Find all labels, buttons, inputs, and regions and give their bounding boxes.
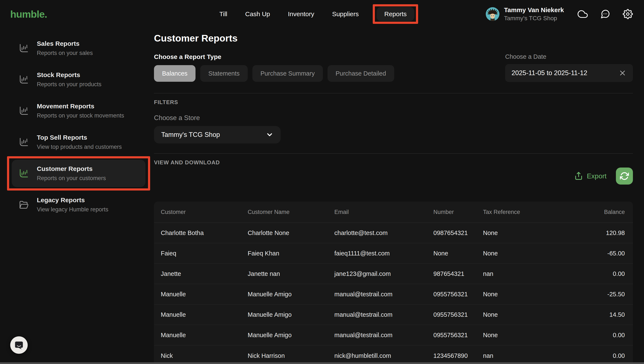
cell-number: 0987654321 <box>433 230 483 236</box>
cell-name: Manuelle Amigo <box>248 311 334 318</box>
chevron-down-icon <box>266 131 273 138</box>
store-label: Choose a Store <box>154 114 633 122</box>
nav-item-inventory[interactable]: Inventory <box>288 10 314 18</box>
sidebar-item-desc: Reports on your sales <box>37 50 93 56</box>
sidebar-item-text: Movement ReportsReports on your stock mo… <box>37 102 124 119</box>
sidebar-item-text: Legacy ReportsView legacy Humble reports <box>37 196 108 213</box>
column-header-tax-reference: Tax Reference <box>483 209 560 216</box>
cell-balance: 0.00 <box>560 332 625 339</box>
date-range-value: 2025-11-05 to 2025-11-12 <box>511 69 618 77</box>
nav-item-till[interactable]: Till <box>219 10 227 18</box>
cell-customer: Nick <box>161 352 248 359</box>
sidebar-item-stock-reports[interactable]: Stock ReportsReports on your products <box>12 66 146 93</box>
chat-messages-icon[interactable] <box>600 9 610 19</box>
sidebar-item-desc: Reports on your stock movements <box>37 112 124 119</box>
cell-number: None <box>433 250 483 257</box>
column-header-email: Email <box>334 209 433 216</box>
cell-number: 987654321 <box>433 270 483 277</box>
column-header-customer: Customer <box>161 209 248 216</box>
date-range-input[interactable]: 2025-11-05 to 2025-11-12 <box>505 64 633 82</box>
cell-customer: Faieq <box>161 250 248 257</box>
cloud-sync-icon[interactable] <box>577 9 588 19</box>
table-row: Charlotte BothaCharlotte Nonecharlotte@t… <box>154 223 633 243</box>
cell-balance: 0.00 <box>560 352 625 359</box>
bar-chart-icon <box>18 74 29 85</box>
cell-customer: Manuelle <box>161 332 248 339</box>
report-type-purchase-detailed[interactable]: Purchase Detailed <box>328 65 394 82</box>
refresh-button[interactable] <box>616 168 633 184</box>
humble-logo: humble. <box>10 8 47 20</box>
report-type-statements[interactable]: Statements <box>200 65 248 82</box>
customer-report-table: CustomerCustomer NameEmailNumberTax Refe… <box>154 202 633 364</box>
column-header-number: Number <box>433 209 483 216</box>
cell-balance: -25.50 <box>560 291 625 298</box>
cell-number: 0955756321 <box>433 311 483 318</box>
column-header-balance: Balance <box>560 209 625 216</box>
sidebar-item-desc: View top products and customers <box>37 144 122 150</box>
sidebar-item-desc: Reports on your customers <box>37 175 106 182</box>
bar-chart-icon <box>18 43 29 54</box>
cell-tax: None <box>483 230 560 236</box>
sidebar: Sales ReportsReports on your salesStock … <box>0 28 154 222</box>
report-type-block: Choose a Report Type BalancesStatementsP… <box>154 53 394 82</box>
nav-item-reports[interactable]: Reports <box>376 7 414 21</box>
view-download-heading: VIEW AND DOWNLOAD <box>154 159 633 166</box>
cell-name: Manuelle Amigo <box>248 332 334 339</box>
divider <box>154 153 633 154</box>
clear-date-icon[interactable] <box>618 69 626 77</box>
top-bar: humble. TillCash UpInventorySuppliersRep… <box>0 0 644 28</box>
table-row: FaieqFaieq Khanfaieq1111@test.comNoneNon… <box>154 243 633 264</box>
sidebar-item-top-sell-reports[interactable]: Top Sell ReportsView top products and cu… <box>12 128 146 156</box>
cell-tax: nan <box>483 270 560 277</box>
cell-customer: Manuelle <box>161 291 248 298</box>
sidebar-item-title: Top Sell Reports <box>37 134 122 141</box>
sidebar-item-text: Sales ReportsReports on your sales <box>37 40 93 56</box>
cell-tax: None <box>483 291 560 298</box>
cell-email: nick@humbletill.com <box>334 352 433 359</box>
report-type-purchase-summary[interactable]: Purchase Summary <box>252 65 323 82</box>
cell-email: faieq1111@test.com <box>334 250 433 257</box>
report-type-label: Choose a Report Type <box>154 53 394 60</box>
cell-tax: None <box>483 332 560 339</box>
user-area: Tammy Van Niekerk Tammy's TCG Shop <box>486 6 633 22</box>
controls-row: Choose a Report Type BalancesStatementsP… <box>154 53 633 82</box>
settings-gear-icon[interactable] <box>623 9 633 19</box>
report-type-balances[interactable]: Balances <box>154 65 196 82</box>
column-header-customer-name: Customer Name <box>248 209 334 216</box>
cell-name: Charlotte None <box>248 230 334 236</box>
top-icons <box>577 9 633 19</box>
cell-balance: 0.00 <box>560 270 625 277</box>
top-navigation: TillCash UpInventorySuppliersReports <box>219 0 414 28</box>
table-row: JanetteJanette nanjane123@gmail.com98765… <box>154 264 633 284</box>
sidebar-item-title: Movement Reports <box>37 102 124 110</box>
sidebar-item-sales-reports[interactable]: Sales ReportsReports on your sales <box>12 34 146 62</box>
page-title: Customer Reports <box>154 33 633 44</box>
cell-balance: -65.00 <box>560 250 625 257</box>
store-select[interactable]: Tammy's TCG Shop <box>154 126 281 144</box>
sidebar-item-movement-reports[interactable]: Movement ReportsReports on your stock mo… <box>12 97 146 124</box>
nav-active-wrap: Reports <box>376 7 414 21</box>
cell-number: 0955756321 <box>433 291 483 298</box>
export-button[interactable]: Export <box>574 172 606 180</box>
filters-heading: FILTERS <box>154 99 633 106</box>
cell-name: Nick Harrison <box>248 352 334 359</box>
bar-chart-icon <box>18 105 29 116</box>
cell-email: charlotte@test.com <box>334 230 433 236</box>
avatar[interactable] <box>486 7 499 21</box>
cell-customer: Manuelle <box>161 311 248 318</box>
folder-icon <box>18 199 29 210</box>
sidebar-item-text: Customer ReportsReports on your customer… <box>37 165 106 182</box>
date-label: Choose a Date <box>505 53 633 60</box>
export-label: Export <box>587 172 606 180</box>
nav-item-suppliers[interactable]: Suppliers <box>332 10 359 18</box>
cell-email: manual@testrail.com <box>334 291 433 298</box>
user-store: Tammy's TCG Shop <box>504 15 564 22</box>
sidebar-item-customer-reports[interactable]: Customer ReportsReports on your customer… <box>12 160 146 187</box>
support-chat-launcher[interactable] <box>10 336 28 354</box>
table-body: Charlotte BothaCharlotte Nonecharlotte@t… <box>154 223 633 364</box>
user-name: Tammy Van Niekerk <box>504 6 564 14</box>
sidebar-item-title: Sales Reports <box>37 40 93 47</box>
nav-item-cash-up[interactable]: Cash Up <box>245 10 270 18</box>
sidebar-item-legacy-reports[interactable]: Legacy ReportsView legacy Humble reports <box>12 191 146 218</box>
cell-email: manual@testrail.com <box>334 332 433 339</box>
